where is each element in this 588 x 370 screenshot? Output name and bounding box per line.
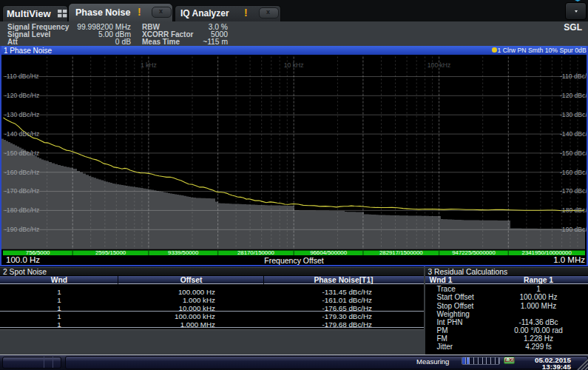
- svg-text:-130 dBc/Hz: -130 dBc/Hz: [560, 111, 587, 118]
- svg-text:-110 dBc/Hz: -110 dBc/Hz: [560, 73, 587, 80]
- svg-text:-150 dBc/Hz: -150 dBc/Hz: [560, 149, 587, 156]
- svg-text:-150 dBc/Hz: -150 dBc/Hz: [4, 149, 39, 156]
- svg-text:-190 dBc/Hz: -190 dBc/Hz: [4, 226, 39, 233]
- svg-text:-140 dBc/Hz: -140 dBc/Hz: [560, 130, 587, 137]
- svg-text:282917/1500000: 282917/1500000: [379, 249, 423, 255]
- svg-text:-160 dBc/Hz: -160 dBc/Hz: [560, 168, 587, 175]
- svg-text:-180 dBc/Hz: -180 dBc/Hz: [560, 206, 587, 214]
- svg-text:-170 dBc/Hz: -170 dBc/Hz: [560, 187, 587, 195]
- svg-text:100 kHz: 100 kHz: [428, 61, 451, 68]
- svg-text:-130 dBc/Hz: -130 dBc/Hz: [4, 111, 39, 118]
- svg-text:2341950/10000000: 2341950/10000000: [522, 249, 572, 255]
- svg-text:-140 dBc/Hz: -140 dBc/Hz: [4, 130, 39, 137]
- svg-text:947225/5000000: 947225/5000000: [452, 249, 496, 255]
- svg-text:96604/500000: 96604/500000: [310, 249, 348, 255]
- svg-text:-180 dBc/Hz: -180 dBc/Hz: [4, 206, 39, 214]
- svg-text:9339/50000: 9339/50000: [168, 249, 199, 255]
- svg-text:10 kHz: 10 kHz: [284, 61, 304, 68]
- svg-text:28170/150000: 28170/150000: [237, 249, 275, 255]
- svg-text:-120 dBc/Hz: -120 dBc/Hz: [560, 92, 587, 99]
- svg-text:-190 dBc/Hz: -190 dBc/Hz: [560, 226, 587, 233]
- svg-text:-170 dBc/Hz: -170 dBc/Hz: [4, 187, 39, 195]
- svg-text:1 kHz: 1 kHz: [141, 61, 157, 68]
- svg-text:2595/15000: 2595/15000: [95, 249, 126, 255]
- svg-text:-110 dBc/Hz: -110 dBc/Hz: [4, 73, 39, 80]
- svg-text:756/5000: 756/5000: [26, 249, 50, 255]
- svg-text:-160 dBc/Hz: -160 dBc/Hz: [4, 168, 39, 175]
- svg-text:-120 dBc/Hz: -120 dBc/Hz: [4, 92, 39, 99]
